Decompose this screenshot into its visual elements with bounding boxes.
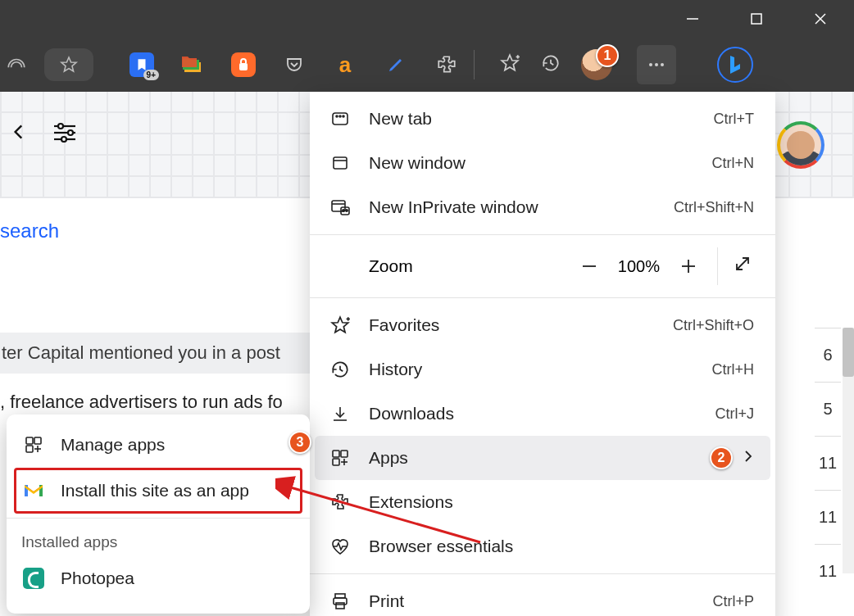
extensions-puzzle-icon[interactable]: [434, 52, 459, 77]
content-line: , freelance advertisers to run ads fo: [0, 392, 283, 413]
menu-downloads[interactable]: Downloads Ctrl+J: [310, 392, 775, 436]
menu-separator: [310, 573, 775, 574]
side-cell: 11: [815, 544, 841, 598]
menu-shortcut: Ctrl+Shift+N: [674, 199, 754, 216]
svg-rect-5: [239, 63, 248, 70]
svg-point-13: [58, 124, 63, 129]
menu-label: Favorites: [369, 315, 439, 335]
extension-vpn-icon[interactable]: [231, 52, 256, 77]
svg-marker-4: [61, 57, 76, 71]
menu-label: Extensions: [369, 492, 453, 512]
menu-print[interactable]: Print Ctrl+P: [310, 579, 775, 616]
menu-label: Downloads: [369, 404, 454, 424]
submenu-app-photopea[interactable]: Photopea: [7, 556, 310, 600]
extension-pen-icon[interactable]: [384, 52, 408, 77]
svg-rect-18: [333, 113, 348, 125]
svg-rect-1: [752, 14, 761, 24]
menu-history[interactable]: History Ctrl+H: [310, 347, 775, 392]
favorite-star-button[interactable]: [44, 48, 93, 81]
settings-more-button[interactable]: [637, 45, 676, 84]
menu-label: New tab: [369, 109, 432, 129]
apps-submenu: Manage apps 3 Install this site as an ap…: [7, 414, 310, 614]
zoom-out-button[interactable]: [575, 252, 603, 280]
history-icon[interactable]: [540, 52, 561, 77]
printer-icon: [328, 589, 352, 614]
svg-rect-48: [26, 446, 33, 452]
annotation-2: 2: [710, 446, 733, 469]
extension-a-icon[interactable]: a: [333, 52, 357, 77]
scrollbar-track[interactable]: [843, 328, 854, 573]
toolbar-right-tools: 1: [499, 45, 753, 84]
search-link[interactable]: search: [0, 220, 59, 242]
menu-shortcut: Ctrl+P: [712, 593, 754, 610]
svg-rect-38: [333, 451, 339, 457]
side-cell: 11: [815, 490, 841, 544]
google-account-avatar[interactable]: [777, 121, 824, 169]
submenu-install-site-as-app[interactable]: Install this site as an app: [15, 469, 302, 513]
menu-label: Apps: [369, 448, 408, 468]
zoom-in-button[interactable]: [675, 252, 702, 280]
notification-post-text: ter Capital mentioned you in a post: [0, 333, 311, 374]
menu-label: History: [369, 360, 422, 379]
menu-shortcut: Ctrl+J: [715, 405, 754, 423]
svg-marker-33: [332, 317, 348, 332]
inprivate-icon: [328, 195, 352, 220]
side-column: 6 5 11 11 11: [815, 328, 841, 598]
zoom-value: 100%: [618, 257, 660, 276]
svg-marker-6: [502, 55, 518, 70]
menu-browser-essentials[interactable]: Browser essentials: [310, 524, 775, 568]
svg-point-27: [343, 210, 344, 211]
menu-new-inprivate[interactable]: New InPrivate window Ctrl+Shift+N: [310, 185, 775, 229]
gmail-icon: [21, 478, 46, 503]
extension-folders-icon[interactable]: [180, 52, 205, 77]
favorites-star-icon: [328, 313, 352, 337]
menu-label: Browser essentials: [369, 537, 513, 556]
side-cell: 6: [815, 328, 841, 382]
puzzle-icon: [328, 490, 352, 514]
annotation-3: 3: [288, 431, 311, 454]
window-close-button[interactable]: [803, 0, 838, 38]
toolbar-separator: [474, 50, 475, 79]
menu-apps[interactable]: Apps 2: [315, 436, 770, 480]
profile-avatar[interactable]: 1: [581, 49, 612, 80]
svg-rect-46: [26, 437, 33, 444]
fullscreen-button[interactable]: [733, 254, 757, 279]
svg-point-17: [61, 137, 66, 142]
scrollbar-thumb[interactable]: [843, 328, 854, 377]
menu-new-window[interactable]: New window Ctrl+N: [310, 141, 775, 185]
side-cell: 11: [815, 436, 841, 490]
menu-zoom-row: Zoom 100%: [310, 240, 775, 292]
submenu-manage-apps[interactable]: Manage apps 3: [7, 423, 310, 467]
menu-extensions[interactable]: Extensions: [310, 480, 775, 524]
menu-new-tab[interactable]: New tab Ctrl+T: [310, 97, 775, 141]
submenu-label: Install this site as an app: [61, 481, 249, 500]
back-chevron-icon[interactable]: [8, 121, 30, 146]
browser-overflow-menu: New tab Ctrl+T New window Ctrl+N New InP…: [310, 92, 775, 616]
menu-separator: [310, 297, 775, 298]
bing-chat-icon[interactable]: [717, 47, 753, 83]
submenu-separator: [7, 518, 310, 519]
extension-pocket-icon[interactable]: [282, 52, 307, 77]
browser-toolbar: 9+ a 1: [0, 38, 854, 92]
apps-grid-icon: [21, 433, 46, 457]
window-minimize-button[interactable]: [675, 0, 710, 38]
download-icon: [328, 401, 352, 426]
page-top-controls: [8, 121, 77, 146]
svg-rect-40: [333, 459, 339, 465]
svg-point-19: [336, 116, 338, 117]
filter-sliders-icon[interactable]: [52, 121, 77, 146]
new-window-icon: [328, 151, 352, 175]
read-aloud-icon[interactable]: [0, 48, 33, 81]
menu-favorites[interactable]: Favorites Ctrl+Shift+O: [310, 303, 775, 347]
favorites-icon[interactable]: [499, 52, 520, 77]
window-maximize-button[interactable]: [739, 0, 774, 38]
svg-rect-22: [334, 157, 347, 169]
svg-line-32: [737, 258, 748, 270]
menu-shortcut: Ctrl+T: [714, 111, 755, 128]
zoom-label: Zoom: [369, 256, 413, 276]
svg-point-28: [346, 210, 348, 211]
window-titlebar: [0, 0, 854, 38]
extension-saver-icon[interactable]: 9+: [129, 52, 154, 77]
menu-separator: [310, 234, 775, 235]
menu-label: New InPrivate window: [369, 197, 538, 217]
